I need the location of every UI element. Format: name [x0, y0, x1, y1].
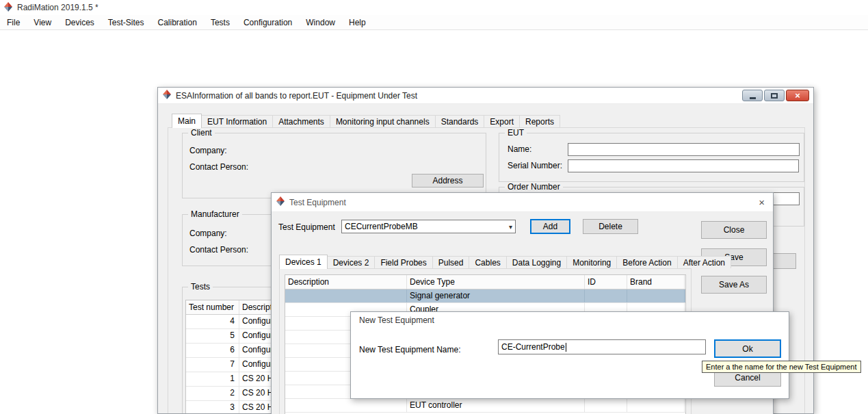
client-contact-label: Contact Person: — [189, 162, 248, 172]
test-number-cell: 5 — [186, 329, 239, 343]
app-icon — [3, 2, 13, 14]
eut-name-input[interactable] — [568, 143, 800, 156]
description-cell — [285, 289, 407, 302]
save-as-button[interactable]: Save As — [701, 276, 767, 294]
menu-item-tests[interactable]: Tests — [204, 15, 237, 30]
description-cell — [285, 399, 407, 412]
equipment-row[interactable]: EUT controller — [285, 399, 685, 413]
device-type-cell: EUT controller — [407, 399, 585, 412]
test-equipment-combo-value: CECurrentProbeMB — [345, 222, 418, 231]
eut-group-legend: EUT — [505, 128, 527, 138]
close-dialog-button[interactable]: Close — [701, 221, 767, 239]
test-number-cell: 1 — [186, 372, 239, 386]
menu-item-help[interactable]: Help — [342, 15, 373, 30]
eut-tabstrip: Main EUT Information Attachments Monitor… — [172, 114, 560, 127]
minimize-icon — [750, 97, 756, 99]
tab-after-action[interactable]: After Action — [677, 256, 731, 268]
eut-name-label: Name: — [508, 144, 531, 154]
tab-monitoring[interactable]: Monitoring — [566, 256, 617, 268]
menu-item-window[interactable]: Window — [299, 15, 342, 30]
chevron-down-icon[interactable]: ▾ — [509, 223, 512, 231]
tests-group-legend: Tests — [188, 282, 213, 292]
tab-data-logging[interactable]: Data Logging — [506, 256, 567, 268]
order-number-legend: Order Number — [505, 182, 563, 192]
tab-devices-2[interactable]: Devices 2 — [327, 256, 376, 268]
tab-attachments[interactable]: Attachments — [272, 115, 330, 127]
client-company-label: Company: — [189, 146, 227, 155]
test-number-cell: 3 — [186, 401, 239, 414]
eut-groupbox: EUT Name: Serial Number: — [499, 133, 804, 182]
new-equipment-name-input[interactable]: CE-CurrentProbe — [498, 339, 706, 354]
tab-main[interactable]: Main — [172, 114, 202, 128]
test-number-cell: 6 — [186, 344, 239, 357]
menu-item-configuration[interactable]: Configuration — [237, 15, 299, 30]
new-equipment-name-value: CE-CurrentProbe — [501, 342, 565, 352]
menu-item-test-sites[interactable]: Test-Sites — [101, 15, 151, 30]
device-type-cell: Signal generator — [407, 289, 585, 302]
client-group-legend: Client — [188, 128, 215, 138]
devices-tabstrip: Devices 1 Devices 2 Field Probes Pulsed … — [279, 255, 731, 268]
ok-button[interactable]: Ok — [714, 339, 781, 358]
close-icon: × — [795, 90, 800, 101]
address-button[interactable]: Address — [412, 174, 484, 187]
equipment-column-description[interactable]: Description — [285, 275, 407, 289]
text-caret — [566, 343, 566, 352]
test-number-cell: 4 — [186, 315, 239, 328]
maximize-button[interactable] — [764, 90, 785, 101]
new-test-equipment-dialog: New Test Equipment New Test Equipment Na… — [350, 311, 789, 399]
eut-window-titlebar[interactable]: ESAInformation of all bands to report.EU… — [158, 88, 813, 104]
eut-window-title: ESAInformation of all bands to report.EU… — [176, 91, 417, 101]
add-button[interactable]: Add — [530, 219, 570, 234]
menu-item-calibration[interactable]: Calibration — [151, 15, 204, 30]
tab-pulsed[interactable]: Pulsed — [432, 256, 470, 268]
new-test-equipment-title: New Test Equipment — [355, 315, 434, 325]
manufacturer-group-legend: Manufacturer — [188, 209, 242, 219]
id-cell — [585, 289, 627, 302]
new-test-equipment-titlebar[interactable]: New Test Equipment — [351, 312, 789, 328]
tab-export[interactable]: Export — [484, 115, 520, 127]
caption-buttons: × — [742, 90, 809, 101]
new-equipment-name-label: New Test Equipment Name: — [359, 345, 461, 354]
tab-devices-1[interactable]: Devices 1 — [279, 255, 328, 269]
app-titlebar: RadiMation 2019.1.5 * — [0, 0, 868, 15]
equipment-column-device-type[interactable]: Device Type — [407, 275, 585, 289]
client-groupbox: Client Company: Contact Person: Address — [182, 133, 486, 198]
equipment-column-brand[interactable]: Brand — [627, 275, 685, 289]
minimize-button[interactable] — [742, 90, 763, 101]
tab-standards[interactable]: Standards — [435, 115, 485, 127]
close-button[interactable]: × — [786, 90, 809, 101]
test-equipment-label: Test Equipment — [278, 222, 335, 232]
equipment-column-id[interactable]: ID — [585, 275, 627, 289]
test-equipment-combobox[interactable]: CECurrentProbeMB ▾ — [341, 220, 516, 233]
test-equipment-dialog-title: Test Equipment — [289, 198, 346, 207]
tooltip: Enter a the name for the new Test Equipm… — [702, 361, 861, 373]
test-number-cell: 7 — [186, 358, 239, 372]
tab-field-probes[interactable]: Field Probes — [374, 256, 432, 268]
test-equipment-titlebar[interactable]: Test Equipment × — [272, 193, 773, 212]
tab-eut-information[interactable]: EUT Information — [201, 115, 273, 127]
tab-monitoring-input-channels[interactable]: Monitoring input channels — [330, 115, 436, 127]
screen: RadiMation 2019.1.5 * File View Devices … — [0, 0, 868, 414]
brand-cell — [627, 289, 685, 302]
equipment-table-header: Description Device Type ID Brand — [285, 275, 685, 289]
menu-item-devices[interactable]: Devices — [58, 15, 101, 30]
delete-button[interactable]: Delete — [583, 219, 638, 234]
dialog-close-icon[interactable]: × — [754, 196, 769, 208]
tab-before-action[interactable]: Before Action — [616, 256, 677, 268]
tab-reports[interactable]: Reports — [519, 115, 560, 127]
brand-cell — [627, 399, 685, 412]
eut-serial-input[interactable] — [568, 159, 799, 172]
equipment-row-selected[interactable]: Signal generator — [285, 289, 685, 303]
manufacturer-contact-label: Contact Person: — [189, 245, 248, 255]
menu-item-view[interactable]: View — [27, 15, 58, 30]
tests-column-test-number[interactable]: Test number — [186, 300, 239, 314]
app-title: RadiMation 2019.1.5 * — [17, 3, 98, 12]
tab-cables[interactable]: Cables — [469, 256, 506, 268]
menu-item-file[interactable]: File — [0, 15, 27, 30]
maximize-icon — [771, 93, 778, 99]
test-number-cell: 2 — [186, 387, 239, 400]
menubar: File View Devices Test-Sites Calibration… — [0, 15, 868, 30]
id-cell — [585, 399, 627, 412]
eut-window-icon — [162, 90, 172, 101]
eut-serial-label: Serial Number: — [508, 161, 562, 170]
